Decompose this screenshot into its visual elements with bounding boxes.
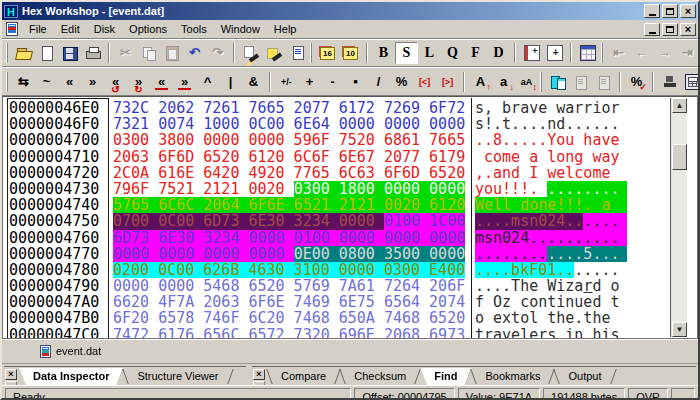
roll-left-button[interactable]: « <box>150 71 173 93</box>
tab-event-dat[interactable]: event.dat <box>32 342 121 361</box>
grid-view-button[interactable] <box>576 42 599 64</box>
ascii-segment[interactable]: ........ <box>547 181 627 197</box>
and-button[interactable]: & <box>242 71 265 93</box>
hex-editor[interactable]: 00000046E0732C 2062 7261 7665 2077 6172 … <box>2 96 698 339</box>
toolbar-grip[interactable] <box>540 72 542 92</box>
toolbar-grip[interactable] <box>6 72 8 92</box>
hex-segment[interactable]: 0000 0000 0000 0000 <box>113 246 294 262</box>
find-button[interactable] <box>239 42 262 64</box>
toolbar-grip[interactable] <box>601 43 603 63</box>
menu-item-edit[interactable]: Edit <box>54 21 87 37</box>
lowercase-button[interactable]: a↓ <box>492 71 515 93</box>
print-button[interactable] <box>81 42 104 64</box>
ascii-segment[interactable]: r <box>583 278 592 294</box>
hex-segment[interactable]: 732C 2062 7261 7665 2077 6172 7269 6F72 <box>113 100 465 116</box>
menu-item-help[interactable]: Help <box>267 21 304 37</box>
ascii-segment[interactable]: msn024.......... <box>475 230 627 246</box>
hex-segment[interactable]: 0000 0000 5468 6520 5769 7A61 7264 206F <box>113 278 465 294</box>
long-button[interactable]: L <box>418 42 441 64</box>
save-button[interactable] <box>58 42 81 64</box>
toolbar-grip[interactable] <box>6 43 8 63</box>
roll-right-button[interactable]: » <box>173 71 196 93</box>
ascii-segment[interactable]: you!!!. <box>475 181 547 197</box>
scroll-up-button[interactable]: ▲ <box>672 98 687 113</box>
subtract-button[interactable]: - <box>321 71 344 93</box>
ascii-segment[interactable]: f Oz continued t <box>475 294 620 310</box>
hex-segment[interactable]: 2C0A 616E 6420 4920 7765 6C63 6F6D 6520 <box>113 165 465 181</box>
dec-base-button[interactable]: 10 <box>339 42 362 64</box>
swap-bytes-button[interactable]: ⇆ <box>12 71 35 93</box>
hex-base-button[interactable]: 16 <box>316 42 339 64</box>
block-shift-left-button[interactable]: [<] <box>413 71 436 93</box>
ascii-segment[interactable]: come a long way <box>475 149 620 165</box>
hex-segment[interactable]: 6620 4F7A 2063 6F6E 7469 6E75 6564 2074 <box>113 294 465 310</box>
hex-segment[interactable]: 0300 1800 0000 0000 <box>294 181 466 197</box>
scroll-down-button[interactable]: ▼ <box>672 322 687 337</box>
hex-segment[interactable]: 7472 6176 656C 6572 7320 696E 2068 6973 <box>113 327 465 339</box>
hex-segment[interactable]: 2063 6F6D 6520 6120 6C6F 6E67 2077 6179 <box>113 149 465 165</box>
scrollbar-thumb[interactable] <box>672 144 687 170</box>
mdi-minimize-button[interactable] <box>644 23 660 36</box>
right-panel-close-button[interactable]: × <box>253 369 265 380</box>
shift-left-button[interactable]: « <box>58 71 81 93</box>
toggle-case-button[interactable]: aA↕ <box>515 71 538 93</box>
undo-button[interactable]: ↶ <box>183 42 206 64</box>
hex-segment[interactable]: 6D73 6E30 3234 0000 0100 0000 0000 0000 <box>113 230 465 246</box>
menu-item-window[interactable]: Window <box>214 21 267 37</box>
document-system-icon[interactable] <box>6 22 18 36</box>
hex-segment[interactable]: 6F20 6578 746F 6C20 7468 650A 7468 6520 <box>113 310 465 326</box>
ascii-segment[interactable]: Well done!!!. a <box>475 197 627 213</box>
tab-bookmarks[interactable]: Bookmarks <box>471 368 554 385</box>
menu-item-file[interactable]: File <box>22 21 54 37</box>
calculator-button[interactable] <box>681 71 700 93</box>
ascii-segment[interactable]: travelers in his <box>475 327 620 339</box>
compare-files-button[interactable] <box>546 71 569 93</box>
hex-segment[interactable]: 0100 1C00 <box>384 213 465 229</box>
tab-structure-viewer[interactable]: Structure Viewer <box>123 368 232 385</box>
insert-button[interactable] <box>543 42 566 64</box>
vertical-scrollbar[interactable]: ▲ ▼ <box>670 98 687 337</box>
xor-button[interactable]: ^ <box>196 71 219 93</box>
float-button[interactable]: F <box>464 42 487 64</box>
hex-segment[interactable]: 0E00 0800 3500 0000 <box>294 246 466 262</box>
short-button[interactable]: S <box>395 42 418 64</box>
or-button[interactable]: | <box>219 71 242 93</box>
byte-button[interactable]: B <box>372 42 395 64</box>
tab-compare[interactable]: Compare <box>267 368 340 385</box>
menu-item-disk[interactable]: Disk <box>87 21 122 37</box>
ascii-segment[interactable]: ..... <box>574 262 619 278</box>
close-button[interactable]: × <box>680 4 696 18</box>
hex-segment[interactable]: 0200 0C00 626B 4630 3100 0000 0300 E400 <box>113 262 465 278</box>
shift-right-button[interactable]: » <box>81 71 104 93</box>
ascii-segment[interactable]: ....bkF01.. <box>475 262 574 278</box>
double-button[interactable]: D <box>487 42 510 64</box>
ascii-segment[interactable]: ....The Wiza <box>475 278 583 294</box>
hex-segment[interactable]: 0300 3800 0000 0000 596F 7520 6861 7665 <box>113 132 465 148</box>
tab-data-inspector[interactable]: Data Inspector <box>19 368 123 385</box>
hex-segment[interactable]: 5765 6C6C 2064 6F6E 6521 2121 0020 6120 <box>113 197 465 213</box>
add-button[interactable]: + <box>298 71 321 93</box>
quad-button[interactable]: Q <box>441 42 464 64</box>
ascii-segment[interactable]: ........ <box>475 246 547 262</box>
ascii-segment[interactable]: o extol the.the <box>475 310 620 326</box>
hex-segment[interactable]: 796F 7521 2121 0020 <box>113 181 294 197</box>
left-panel-close-button[interactable]: × <box>5 369 17 380</box>
replace-button[interactable] <box>262 42 285 64</box>
open-button[interactable] <box>12 42 35 64</box>
ascii-segment[interactable]: s, brave warrior <box>475 100 620 116</box>
hex-segment[interactable]: 7321 0074 1000 0C00 6E64 0000 0000 0000 <box>113 116 465 132</box>
multiply-button[interactable]: ▪ <box>344 71 367 93</box>
not-button[interactable]: ~ <box>35 71 58 93</box>
restore-button[interactable] <box>662 4 678 18</box>
ascii-segment[interactable]: ..8.....You have <box>475 132 620 148</box>
minimize-button[interactable] <box>644 4 660 18</box>
ascii-segment[interactable]: ....msn024.. <box>475 213 583 229</box>
ascii-segment[interactable]: s!.t....nd...... <box>475 116 620 132</box>
divide-button[interactable]: / <box>367 71 390 93</box>
negate-button[interactable]: +/- <box>275 71 298 93</box>
tab-find[interactable]: Find <box>420 368 471 385</box>
mdi-restore-button[interactable] <box>662 23 678 36</box>
new-button[interactable] <box>35 42 58 64</box>
checksum-button[interactable]: %✓ <box>625 71 648 93</box>
block-shift-right-button[interactable]: [>] <box>436 71 459 93</box>
